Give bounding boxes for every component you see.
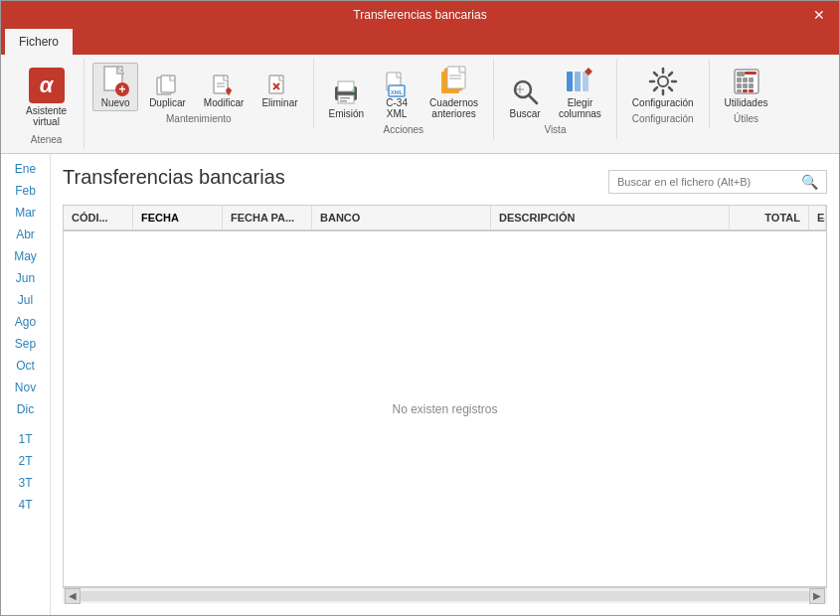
sidebar-item-oct[interactable]: Oct — [1, 355, 50, 377]
scroll-left-button[interactable]: ◀ — [65, 588, 81, 604]
svg-rect-48 — [743, 77, 748, 82]
horizontal-scrollbar: ◀ ▶ — [63, 587, 827, 603]
group-label-atenea: Atenea — [31, 134, 63, 145]
svg-rect-30 — [567, 72, 573, 91]
search-input[interactable] — [617, 176, 801, 188]
nuevo-icon: + — [99, 66, 131, 97]
col-header-cod[interactable]: CÓDI... — [64, 206, 133, 230]
svg-rect-14 — [338, 95, 354, 103]
col-header-estado[interactable]: ESTADO — [809, 206, 826, 230]
svg-rect-16 — [340, 100, 347, 102]
sidebar-item-may[interactable]: May — [1, 245, 50, 267]
ribbon-group-mantenimiento: + Nuevo Duplicar — [84, 59, 313, 128]
sidebar-item-4t[interactable]: 4T — [1, 494, 50, 516]
svg-rect-46 — [737, 83, 742, 88]
eliminar-button[interactable]: Eliminar — [254, 71, 304, 111]
svg-rect-45 — [737, 77, 742, 82]
table-body: No existen registros — [64, 231, 826, 586]
eliminar-icon — [267, 74, 291, 97]
c34xml-icon: XML — [385, 74, 409, 97]
svg-line-42 — [654, 87, 657, 90]
sidebar-item-jun[interactable]: Jun — [1, 267, 50, 289]
emision-button[interactable]: Emisión — [322, 74, 372, 122]
utilidades-button[interactable]: Utilidades — [718, 63, 775, 111]
group-label-utiles: Útiles — [734, 113, 758, 124]
svg-text:+: + — [119, 82, 126, 96]
ribbon-group-configuracion: Configuración Configuración — [617, 59, 710, 128]
sidebar-item-sep[interactable]: Sep — [1, 333, 50, 355]
window-title: Transferencias bancarias — [353, 8, 486, 22]
group-label-configuracion: Configuración — [632, 113, 694, 124]
modificar-icon — [212, 74, 236, 97]
sidebar-item-abr[interactable]: Abr — [1, 224, 50, 245]
scroll-right-button[interactable]: ▶ — [809, 588, 825, 604]
emision-label: Emisión — [329, 108, 365, 119]
sidebar-item-dic[interactable]: Dic — [1, 398, 50, 420]
elegir-columnas-button[interactable]: Elegircolumnas — [552, 63, 608, 122]
svg-rect-44 — [737, 72, 745, 77]
svg-rect-31 — [575, 72, 581, 91]
nuevo-button[interactable]: + Nuevo — [92, 63, 138, 111]
configuracion-label: Configuración — [632, 97, 694, 108]
sidebar-item-mar[interactable]: Mar — [1, 202, 50, 224]
search-bar[interactable]: 🔍 — [608, 170, 827, 194]
sidebar-item-ago[interactable]: Ago — [1, 311, 50, 333]
buscar-button[interactable]: Buscar — [502, 74, 548, 122]
c34xml-label: C-34XML — [386, 97, 408, 119]
sidebar-item-2t[interactable]: 2T — [1, 450, 50, 472]
sidebar-item-1t[interactable]: 1T — [1, 428, 50, 450]
ribbon-group-atenea: α Asistentevirtual Atenea — [9, 59, 84, 149]
tab-fichero[interactable]: Fichero — [5, 29, 73, 55]
cuadernos-button[interactable]: Cuadernosanteriores — [422, 63, 485, 122]
col-header-fechapa[interactable]: FECHA PA... — [223, 206, 312, 230]
svg-rect-5 — [161, 76, 175, 92]
svg-rect-51 — [749, 83, 754, 88]
sidebar-item-3t[interactable]: 3T — [1, 472, 50, 494]
ribbon: Fichero α Asistentevirtual Atenea — [1, 29, 839, 154]
sidebar-item-jul[interactable]: Jul — [1, 289, 50, 311]
emision-icon — [330, 77, 362, 108]
group-label-vista: Vista — [544, 124, 566, 135]
table-header: CÓDI... FECHA FECHA PA... BANCO DESCRIPC… — [64, 206, 826, 231]
duplicar-label: Duplicar — [149, 97, 186, 108]
close-button[interactable]: ✕ — [799, 1, 839, 29]
cuadernos-label: Cuadernosanteriores — [429, 97, 478, 119]
group-label-mantenimiento: Mantenimiento — [166, 113, 232, 124]
eliminar-label: Eliminar — [261, 97, 297, 108]
asistente-virtual-button[interactable]: α Asistentevirtual — [17, 63, 76, 132]
col-header-descripcion[interactable]: DESCRIPCIÓN — [491, 206, 730, 230]
svg-point-17 — [352, 89, 355, 92]
title-bar: Transferencias bancarias ✕ — [1, 1, 839, 29]
sidebar-item-feb[interactable]: Feb — [1, 180, 50, 202]
alpha-icon: α — [29, 68, 65, 103]
ribbon-content: α Asistentevirtual Atenea — [1, 55, 839, 153]
col-header-banco[interactable]: BANCO — [312, 206, 491, 230]
cuadernos-icon — [438, 66, 470, 97]
svg-line-41 — [669, 73, 672, 76]
utilidades-icon — [731, 66, 762, 97]
configuracion-button[interactable]: Configuración — [625, 63, 701, 111]
col-header-fecha[interactable]: FECHA — [133, 206, 223, 230]
duplicar-button[interactable]: Duplicar — [142, 71, 193, 111]
ribbon-tabs: Fichero — [1, 29, 839, 55]
sidebar-item-nov[interactable]: Nov — [1, 377, 50, 398]
content-header: Transferencias bancarias 🔍 — [63, 166, 827, 197]
buscar-icon — [509, 77, 541, 108]
svg-rect-52 — [743, 89, 748, 92]
sidebar: Ene Feb Mar Abr May Jun Jul Ago Sep Oct … — [1, 154, 51, 615]
scrollbar-track[interactable] — [81, 591, 809, 601]
modificar-button[interactable]: Modificar — [197, 71, 252, 111]
sidebar-item-ene[interactable]: Ene — [1, 158, 50, 180]
main-window: Transferencias bancarias ✕ Fichero α Asi… — [0, 0, 840, 616]
duplicar-icon — [155, 74, 179, 97]
c34xml-button[interactable]: XML C-34XML — [375, 71, 419, 122]
ribbon-group-vista: Buscar Elegircolumnas — [494, 59, 617, 139]
svg-rect-47 — [737, 89, 742, 92]
ribbon-group-utiles: Utilidades Útiles — [710, 59, 783, 128]
col-header-total[interactable]: TOTAL — [730, 206, 809, 230]
search-icon[interactable]: 🔍 — [801, 174, 818, 190]
svg-rect-49 — [749, 77, 754, 82]
content-area: Transferencias bancarias 🔍 CÓDI... FECHA… — [51, 154, 839, 615]
main-area: Ene Feb Mar Abr May Jun Jul Ago Sep Oct … — [1, 154, 839, 615]
svg-rect-15 — [340, 97, 350, 99]
